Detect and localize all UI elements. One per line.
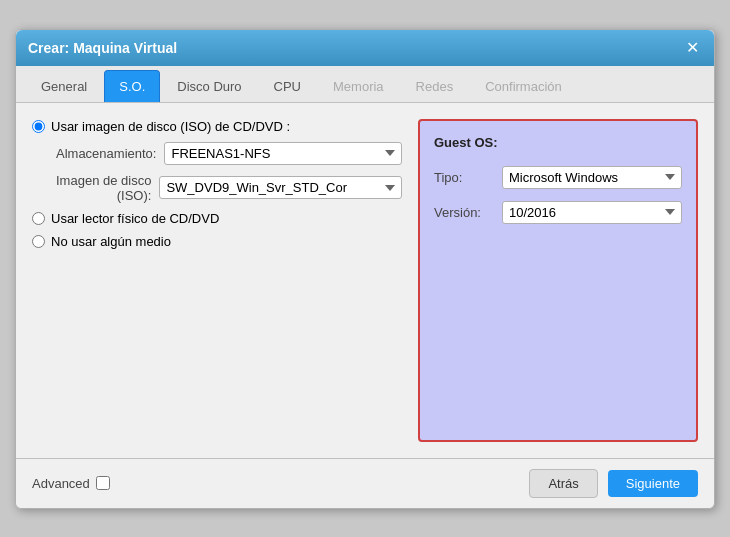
close-button[interactable]: ✕ <box>682 38 702 58</box>
radio-none-item[interactable]: No usar algún medio <box>32 234 402 249</box>
iso-select[interactable]: SW_DVD9_Win_Svr_STD_Cor ubuntu-20.04.iso… <box>159 176 402 199</box>
tab-so[interactable]: S.O. <box>104 70 160 102</box>
footer-advanced: Advanced <box>32 476 110 491</box>
tab-redes: Redes <box>401 70 469 102</box>
tab-cpu[interactable]: CPU <box>259 70 316 102</box>
storage-label: Almacenamiento: <box>56 146 156 161</box>
content-area: Usar imagen de disco (ISO) de CD/DVD : A… <box>16 103 714 458</box>
tab-confirmacion: Confirmación <box>470 70 577 102</box>
radio-group: Usar imagen de disco (ISO) de CD/DVD : A… <box>32 119 402 249</box>
next-button[interactable]: Siguiente <box>608 470 698 497</box>
left-panel: Usar imagen de disco (ISO) de CD/DVD : A… <box>32 119 402 442</box>
dialog-title: Crear: Maquina Virtual <box>28 40 177 56</box>
radio-physical-item[interactable]: Usar lector físico de CD/DVD <box>32 211 402 226</box>
radio-none[interactable] <box>32 235 45 248</box>
iso-label: Imagen de disco(ISO): <box>56 173 151 203</box>
iso-row: Imagen de disco(ISO): SW_DVD9_Win_Svr_ST… <box>56 173 402 203</box>
version-label: Versión: <box>434 205 494 220</box>
tab-bar: General S.O. Disco Duro CPU Memoria Rede… <box>16 66 714 103</box>
tipo-select[interactable]: Microsoft Windows Linux BSD Solaris Othe… <box>502 166 682 189</box>
tab-disco-duro[interactable]: Disco Duro <box>162 70 256 102</box>
back-button[interactable]: Atrás <box>529 469 597 498</box>
radio-none-label: No usar algún medio <box>51 234 171 249</box>
tipo-row: Tipo: Microsoft Windows Linux BSD Solari… <box>434 166 682 189</box>
storage-row: Almacenamiento: FREENAS1-NFS Local NFS <box>56 142 402 165</box>
radio-iso-label: Usar imagen de disco (ISO) de CD/DVD : <box>51 119 290 134</box>
radio-iso-item[interactable]: Usar imagen de disco (ISO) de CD/DVD : <box>32 119 402 134</box>
advanced-label: Advanced <box>32 476 90 491</box>
storage-select[interactable]: FREENAS1-NFS Local NFS <box>164 142 402 165</box>
tab-memoria: Memoria <box>318 70 399 102</box>
radio-physical[interactable] <box>32 212 45 225</box>
radio-physical-label: Usar lector físico de CD/DVD <box>51 211 219 226</box>
dialog-titlebar: Crear: Maquina Virtual ✕ <box>16 30 714 66</box>
version-row: Versión: 10/2016 10/2019 2012 R2 2008 R2… <box>434 201 682 224</box>
advanced-checkbox[interactable] <box>96 476 110 490</box>
guest-os-panel: Guest OS: Tipo: Microsoft Windows Linux … <box>418 119 698 442</box>
tipo-label: Tipo: <box>434 170 494 185</box>
tab-general[interactable]: General <box>26 70 102 102</box>
dialog: Crear: Maquina Virtual ✕ General S.O. Di… <box>15 29 715 509</box>
guest-os-title: Guest OS: <box>434 135 682 150</box>
footer: Advanced Atrás Siguiente <box>16 458 714 508</box>
version-select[interactable]: 10/2016 10/2019 2012 R2 2008 R2 7 8 10 <box>502 201 682 224</box>
radio-iso[interactable] <box>32 120 45 133</box>
